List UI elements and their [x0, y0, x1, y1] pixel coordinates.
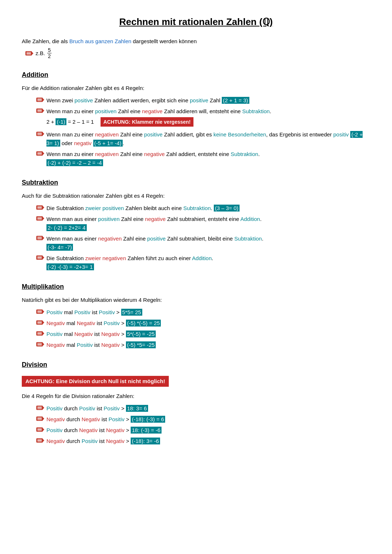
svg-marker-41	[43, 256, 44, 259]
pencil-icon	[36, 216, 44, 221]
svg-marker-76	[43, 428, 44, 431]
intro-paragraph: Alle Zahlen, die als Bruch aus ganzen Za…	[22, 37, 370, 46]
span-neg9: Negativ	[77, 320, 95, 326]
section-subtraktion: Subtraktion Auch für die Subtraktion rat…	[22, 177, 370, 271]
multiplikation-title: Multiplikation	[22, 282, 370, 292]
list-item: Wenn man zu einer positiven Zahl eine ne…	[36, 107, 370, 128]
section-multiplikation: Multiplikation Natürlich gibt es bei der…	[22, 282, 370, 349]
span-neg18: Negativ	[46, 438, 65, 444]
span-neg11: Negativ	[101, 331, 120, 337]
formula-inline8: (-5) *5= -25	[126, 341, 156, 348]
span-zweier-neg: zweier negativen	[85, 255, 126, 261]
svg-marker-26	[43, 206, 44, 209]
rule-text: Positiv durch Negativ ist Negativ > 18: …	[46, 426, 370, 435]
list-item: Wenn man aus einer negativen Zahl eine p…	[36, 234, 370, 252]
rule-text: Die Subtraktion zweier positiven Zahlen …	[46, 204, 370, 213]
addition-intro: Für die Addition rationaler Zahlen gibt …	[22, 84, 370, 93]
span-pos18: Positiv	[46, 427, 62, 433]
rule-text: Die Subtraktion zweier negativen Zahlen …	[46, 254, 370, 271]
rule-text: Negativ durch Positiv ist Negativ > (-18…	[46, 437, 370, 446]
span-positive3: positive	[144, 131, 163, 138]
achtung-label: ACHTUNG: Klammer nie vergessen!	[101, 117, 193, 127]
achtung-division: ACHTUNG: Eine Division durch Null ist ni…	[22, 374, 370, 392]
svg-marker-16	[43, 132, 44, 135]
pencil-icon	[36, 131, 44, 137]
section-division: Division ACHTUNG: Eine Division durch Nu…	[22, 360, 370, 446]
svg-marker-71	[43, 417, 44, 420]
span-positive: positive	[74, 97, 93, 103]
span-neg5: negative	[144, 151, 165, 157]
span-sub4: Subtraktion	[234, 235, 262, 242]
span-sub3: Subtraktion	[183, 205, 211, 211]
span-neg17: Negativ	[106, 427, 124, 433]
subtraktion-title: Subtraktion	[22, 177, 370, 188]
span-add2: Addition	[240, 216, 260, 222]
formula-inline12: (-18): 3= -6	[131, 438, 160, 444]
span-neg13: Negativ	[101, 342, 120, 348]
pencil-icon	[25, 50, 33, 56]
pencil-icon	[36, 341, 44, 347]
span-pos11: Positiv	[104, 320, 120, 326]
svg-marker-11	[43, 109, 44, 112]
span-neg15: Negativ	[82, 416, 100, 422]
span-neg10: Negativ	[74, 331, 93, 337]
svg-marker-6	[43, 98, 44, 101]
span-pos16: Positiv	[104, 405, 120, 411]
pencil-icon	[36, 405, 44, 411]
fraction-display: 5 2	[47, 47, 52, 60]
span-add3: Addition	[192, 255, 212, 261]
svg-marker-46	[43, 310, 44, 313]
fraction-denominator: 2	[47, 53, 52, 59]
span-zweier-pos: zweier positiven	[85, 205, 124, 211]
list-item: Negativ mal Positiv ist Negativ > (-5) *…	[36, 341, 370, 349]
span-positive2: positive	[190, 97, 208, 103]
span-pos13: Positiv	[77, 342, 93, 348]
span-negative: negative	[142, 108, 163, 114]
span-subtraktion: Subtraktion	[242, 108, 270, 114]
svg-marker-56	[43, 332, 44, 335]
division-intro: Die 4 Regeln für die Division rationaler…	[22, 392, 370, 401]
rule-text: Positiv durch Positiv ist Positiv > 18: …	[46, 404, 370, 413]
span-negativ: negativ	[74, 140, 91, 146]
pencil-icon	[36, 97, 44, 103]
pencil-icon	[36, 108, 44, 114]
list-item: Wenn man aus einer positiven Zahl eine n…	[36, 215, 370, 232]
rule-text: Positiv mal Negativ ist Negativ > 5*(-5)…	[46, 330, 370, 338]
svg-marker-81	[43, 439, 44, 442]
span-pos7: positive	[147, 235, 166, 242]
span-pos12: Positiv	[46, 331, 62, 337]
pencil-icon	[36, 416, 44, 422]
subtraktion-rules: Die Subtraktion zweier positiven Zahlen …	[22, 204, 370, 271]
formula-inline3: (-5 + 1= -4)	[93, 140, 123, 147]
pencil-icon	[36, 309, 44, 315]
span-pos6: positiven	[98, 216, 119, 222]
span-pos14: Positiv	[46, 405, 62, 411]
formula-block: 2 + (-1) = 2 – 1 = 1 ACHTUNG: Klammer ni…	[46, 117, 370, 127]
rule-text: Wenn man zu einer positiven Zahl eine ne…	[46, 107, 370, 128]
rule-text: Positiv mal Positiv ist Positiv > 5*5= 2…	[46, 308, 370, 317]
svg-marker-31	[43, 217, 44, 220]
list-item: Negativ durch Negativ ist Positiv > (-18…	[36, 415, 370, 424]
pencil-icon	[36, 438, 44, 443]
svg-marker-66	[43, 406, 44, 409]
formula-inline10: (-18): (-3) = 6	[131, 416, 165, 423]
pencil-icon	[36, 255, 44, 260]
list-item: Negativ durch Positiv ist Negativ > (-18…	[36, 437, 370, 446]
svg-marker-61	[43, 343, 44, 346]
division-rules: Positiv durch Positiv ist Positiv > 18: …	[22, 404, 370, 446]
addition-rules: Wenn zwei positive Zahlen addiert werden…	[22, 96, 370, 167]
intro-text2: dargestellt werden können	[131, 38, 197, 44]
formula-block2: (-2) + (-2) = -2 – 2 = -4	[46, 159, 103, 166]
formula-block4: (-3- 4= -7)	[46, 244, 73, 251]
svg-marker-36	[43, 237, 44, 239]
rule-text: Negativ mal Negativ ist Positiv > (-5) *…	[46, 319, 370, 328]
formula-inline4: (3 – 3= 0)	[214, 205, 240, 212]
span-pos10: Positiv	[99, 309, 115, 315]
formula-block3: 2- (-2) = 2+2= 4	[46, 224, 87, 231]
list-item: Wenn zwei positive Zahlen addiert werden…	[36, 96, 370, 105]
span-neg7: negativen	[98, 235, 122, 242]
span-neg14: Negativ	[46, 416, 65, 422]
section-addition: Addition Für die Addition rationaler Zah…	[22, 70, 370, 167]
list-item: Positiv durch Negativ ist Negativ > 18: …	[36, 426, 370, 435]
svg-marker-51	[43, 321, 44, 324]
